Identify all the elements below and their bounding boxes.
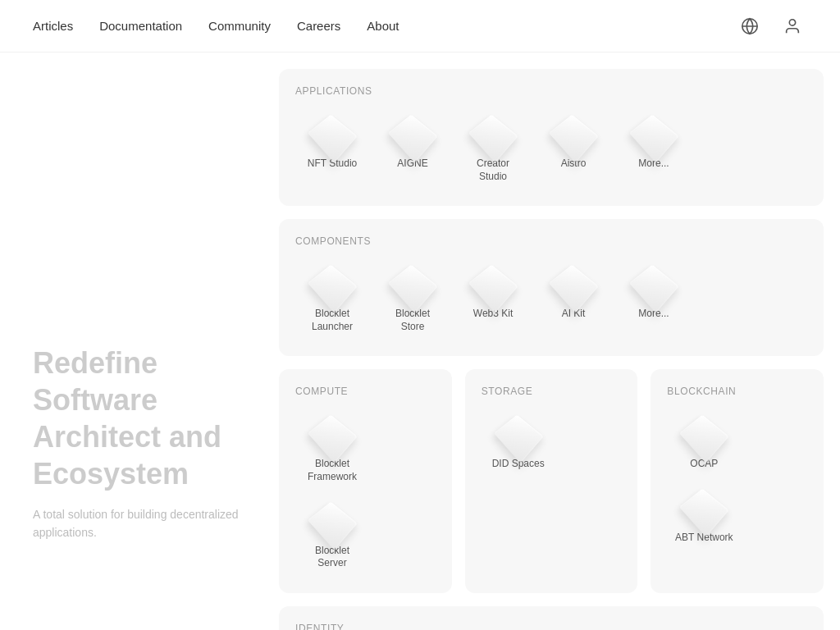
svg-point-1 <box>789 19 795 25</box>
item-ocap[interactable]: OCAP <box>667 410 741 477</box>
item-more-apps[interactable]: More... <box>617 110 691 189</box>
applications-label: Applications <box>295 85 807 97</box>
hero-title: Redefine Software Architect and Ecosyste… <box>33 345 246 492</box>
nav-about[interactable]: About <box>367 19 399 33</box>
item-blocklet-store[interactable]: Blocklet Store <box>376 260 450 340</box>
item-creator-studio[interactable]: Creator Studio <box>456 110 530 189</box>
nav-links: Articles Documentation Community Careers… <box>33 19 399 33</box>
item-did-spaces[interactable]: DID Spaces <box>482 410 555 477</box>
item-nft-studio[interactable]: NFT Studio <box>295 110 369 189</box>
applications-items: NFT Studio AIGNE Creator Studio Aistro M… <box>295 110 807 189</box>
blockchain-label: Blockchain <box>667 386 807 397</box>
identity-label: IDENTITY <box>295 623 807 630</box>
nav-articles[interactable]: Articles <box>33 19 73 33</box>
item-blocklet-server[interactable]: Blocklet Server <box>295 497 369 577</box>
storage-items: DID Spaces <box>482 410 622 477</box>
navbar: Articles Documentation Community Careers… <box>0 0 840 52</box>
item-aigne[interactable]: AIGNE <box>376 110 450 189</box>
user-icon[interactable] <box>778 11 807 41</box>
item-ai-kit[interactable]: AI Kit <box>536 260 610 340</box>
storage-label: Storage <box>482 386 622 397</box>
components-label: Components <box>295 235 807 247</box>
compute-section: Compute Blocklet Framework Blocklet Serv… <box>279 369 452 592</box>
nav-documentation[interactable]: Documentation <box>99 19 182 33</box>
nav-careers[interactable]: Careers <box>297 19 340 33</box>
components-items: Blocklet Launcher Blocklet Store Web3 Ki… <box>295 260 807 340</box>
item-abt-network[interactable]: ABT Network <box>667 484 741 551</box>
multi-sections-row: Compute Blocklet Framework Blocklet Serv… <box>279 369 824 592</box>
globe-icon[interactable] <box>735 11 765 41</box>
item-blocklet-framework[interactable]: Blocklet Framework <box>295 410 369 490</box>
applications-section: Applications NFT Studio AIGNE Creator St… <box>279 69 824 206</box>
item-aistro[interactable]: Aistro <box>536 110 610 189</box>
hero-subtitle: A total solution for building decentrali… <box>33 505 246 542</box>
compute-items: Blocklet Framework Blocklet Server <box>295 410 436 576</box>
main-page: Redefine Software Architect and Ecosyste… <box>0 52 840 630</box>
left-panel: Redefine Software Architect and Ecosyste… <box>0 52 279 630</box>
blockchain-items: OCAP ABT Network <box>667 410 807 550</box>
compute-label: Compute <box>295 386 436 397</box>
nav-community[interactable]: Community <box>208 19 271 33</box>
blockchain-section: Blockchain OCAP ABT Network <box>651 369 824 592</box>
nav-icons <box>735 11 807 41</box>
item-web3-kit[interactable]: Web3 Kit <box>456 260 530 340</box>
components-section: Components Blocklet Launcher Blocklet St… <box>279 219 824 356</box>
right-panel: Applications NFT Studio AIGNE Creator St… <box>279 52 840 630</box>
identity-section: IDENTITY DID Verifiable Credentials DID … <box>279 606 824 630</box>
storage-section: Storage DID Spaces <box>465 369 638 592</box>
item-blocklet-launcher[interactable]: Blocklet Launcher <box>295 260 369 340</box>
item-more-components[interactable]: More... <box>617 260 691 340</box>
